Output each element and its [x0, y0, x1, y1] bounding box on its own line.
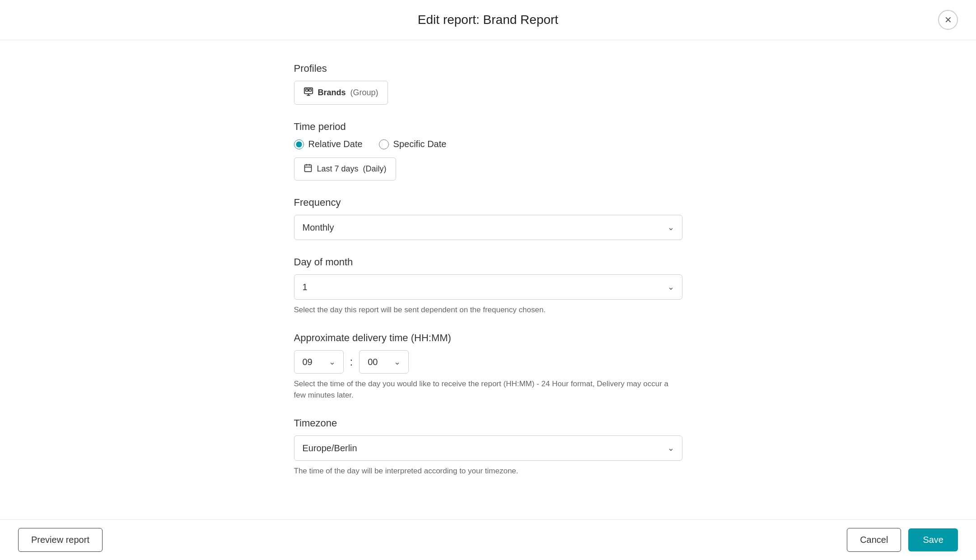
- modal-footer: Preview report Cancel Save: [0, 519, 976, 560]
- time-group: 00 01 02 03 04 05 06 07 08 09 10 11 12 1…: [294, 350, 682, 374]
- delivery-time-help: Select the time of the day you would lik…: [294, 378, 682, 401]
- modal-header: Edit report: Brand Report ✕: [0, 0, 976, 40]
- time-period-radio-group: Relative Date Specific Date: [294, 139, 682, 149]
- specific-date-radio[interactable]: [379, 139, 389, 149]
- profiles-button[interactable]: Brands (Group): [294, 81, 388, 105]
- frequency-select[interactable]: Daily Weekly Monthly: [294, 215, 682, 240]
- date-range-suffix: (Daily): [363, 164, 387, 174]
- timezone-select-wrapper: Europe/Berlin Europe/London America/New_…: [294, 435, 682, 461]
- date-range-label: Last 7 days: [317, 164, 359, 174]
- frequency-section: Frequency Daily Weekly Monthly ⌄: [294, 197, 682, 240]
- save-label: Save: [923, 535, 943, 545]
- profile-group: (Group): [350, 88, 378, 97]
- frequency-label: Frequency: [294, 197, 682, 208]
- day-of-month-select[interactable]: 1 2 3 4 5 6 7 8 9 10 11 12 13 14 15 16 1…: [294, 274, 682, 300]
- cancel-button[interactable]: Cancel: [847, 528, 901, 552]
- timezone-select[interactable]: Europe/Berlin Europe/London America/New_…: [294, 435, 682, 461]
- specific-date-option[interactable]: Specific Date: [379, 139, 447, 149]
- day-of-month-select-wrapper: 1 2 3 4 5 6 7 8 9 10 11 12 13 14 15 16 1…: [294, 274, 682, 300]
- date-range-button[interactable]: Last 7 days (Daily): [294, 157, 396, 180]
- svg-rect-3: [304, 165, 311, 171]
- frequency-select-wrapper: Daily Weekly Monthly ⌄: [294, 215, 682, 240]
- day-of-month-section: Day of month 1 2 3 4 5 6 7 8 9 10 11 12 …: [294, 256, 682, 316]
- preview-report-label: Preview report: [31, 535, 89, 545]
- profiles-section: Profiles Brands (Group): [294, 63, 682, 105]
- time-period-label: Time period: [294, 121, 682, 133]
- delivery-time-section: Approximate delivery time (HH:MM) 00 01 …: [294, 332, 682, 401]
- timezone-label: Timezone: [294, 417, 682, 429]
- specific-date-label: Specific Date: [393, 139, 447, 149]
- relative-date-label: Relative Date: [308, 139, 363, 149]
- relative-date-option[interactable]: Relative Date: [294, 139, 363, 149]
- page-title: Edit report: Brand Report: [418, 13, 558, 27]
- calendar-icon: [304, 163, 313, 175]
- svg-rect-1: [305, 89, 308, 92]
- close-icon: ✕: [944, 14, 952, 25]
- minute-select[interactable]: 00 15 30 45: [359, 350, 409, 374]
- hour-select[interactable]: 00 01 02 03 04 05 06 07 08 09 10 11 12 1…: [294, 350, 344, 374]
- hour-select-wrapper: 00 01 02 03 04 05 06 07 08 09 10 11 12 1…: [294, 350, 344, 374]
- profiles-label: Profiles: [294, 63, 682, 74]
- modal-body: Profiles Brands (Group) Time period Rela…: [294, 40, 682, 519]
- timezone-section: Timezone Europe/Berlin Europe/London Ame…: [294, 417, 682, 477]
- minute-select-wrapper: 00 15 30 45 ⌄: [359, 350, 409, 374]
- preview-report-button[interactable]: Preview report: [18, 528, 103, 552]
- profile-name: Brands: [318, 88, 346, 97]
- relative-date-radio[interactable]: [294, 139, 304, 149]
- cancel-label: Cancel: [860, 535, 888, 545]
- time-period-section: Time period Relative Date Specific Date …: [294, 121, 682, 180]
- day-of-month-label: Day of month: [294, 256, 682, 268]
- day-of-month-help: Select the day this report will be sent …: [294, 304, 682, 316]
- timezone-help: The time of the day will be interpreted …: [294, 465, 682, 477]
- save-button[interactable]: Save: [908, 528, 958, 551]
- brands-icon: [304, 87, 313, 99]
- delivery-time-label: Approximate delivery time (HH:MM): [294, 332, 682, 344]
- footer-right-actions: Cancel Save: [847, 528, 958, 552]
- close-button[interactable]: ✕: [938, 10, 958, 30]
- time-colon: :: [350, 356, 353, 368]
- svg-rect-2: [308, 89, 311, 92]
